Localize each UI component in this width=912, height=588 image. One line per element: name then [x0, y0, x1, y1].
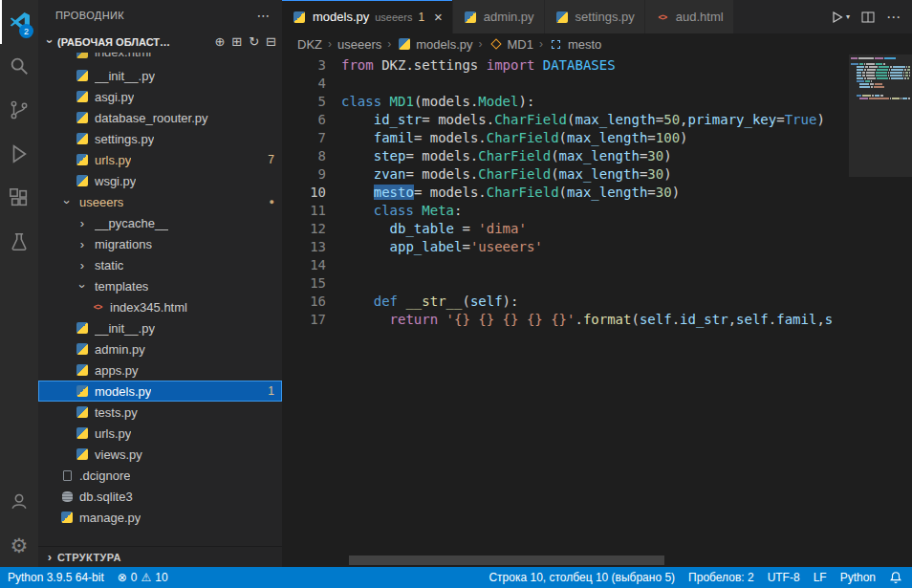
extensions-icon[interactable] [0, 176, 38, 220]
tab-aud-html[interactable]: <>aud.html [645, 0, 734, 33]
chevron-right-icon: › [75, 237, 90, 251]
code-editor[interactable]: 3from DKZ.settings import DATABASES45cla… [282, 54, 912, 567]
code-line-4[interactable]: 4 [282, 75, 912, 93]
activity-bar: 2 ⚙ [0, 0, 38, 567]
code-line-13[interactable]: 13 app_label='useeers' [282, 238, 912, 256]
tree-item-migrations[interactable]: ›migrations [38, 233, 282, 254]
py-file-icon [554, 11, 570, 23]
status-bar: Python 3.9.5 64-bit ⊗ 0 ⚠ 10 Строка 10, … [0, 567, 912, 588]
source-control-icon[interactable] [0, 88, 38, 132]
chevron-right-icon: › [75, 258, 90, 272]
tab-settings-py[interactable]: settings.py [545, 0, 645, 33]
code-line-16[interactable]: 16 def __str__(self): [282, 293, 912, 311]
cursor-position[interactable]: Строка 10, столбец 10 (выбрано 5) [489, 571, 675, 584]
workspace-section-header[interactable]: › (РАБОЧАЯ ОБЛАСТЬ) ... ⊕ ⊞ ↻ ⊟ [38, 31, 282, 53]
language-mode[interactable]: Python [840, 571, 876, 584]
code-line-11[interactable]: 11 class Meta: [282, 202, 912, 220]
notifications-bell-icon[interactable] [889, 571, 902, 584]
split-editor-icon[interactable] [861, 11, 875, 24]
code-line-15[interactable]: 15 [282, 274, 912, 293]
code-line-6[interactable]: 6 id_str= models.CharField(max_length=50… [282, 111, 912, 129]
new-folder-icon[interactable]: ⊞ [231, 34, 242, 49]
problems-indicator[interactable]: ⊗ 0 ⚠ 10 [118, 571, 168, 584]
breadcrumb-mesto[interactable]: mesto [549, 37, 601, 52]
breadcrumb-md1[interactable]: MD1 [489, 37, 533, 52]
tree-item-useeers[interactable]: ›useeers● [38, 191, 282, 212]
code-line-17[interactable]: 17 return '{} {} {} {} {}'.format(self.i… [282, 311, 912, 329]
code-text: return '{} {} {} {} {}'.format(self.id_s… [341, 311, 833, 329]
line-number: 11 [282, 202, 326, 220]
tree-item-views-py[interactable]: views.py [38, 444, 282, 465]
line-number: 5 [282, 93, 326, 111]
breadcrumb-useeers[interactable]: useeers [337, 37, 381, 52]
tree-item-asgi-py[interactable]: asgi.py [38, 86, 282, 107]
code-line-3[interactable]: 3from DKZ.settings import DATABASES [282, 56, 912, 75]
tree-item-db-sqlite3[interactable]: db.sqlite3 [38, 486, 282, 507]
tree-item-settings-py[interactable]: settings.py [38, 128, 282, 149]
code-line-10[interactable]: 10 mesto= models.CharField(max_length=30… [282, 184, 912, 202]
tab-admin-py[interactable]: admin.py [453, 0, 545, 33]
tree-item-pycache[interactable]: ›__pycache__ [38, 212, 282, 233]
tree-item-admin-py[interactable]: admin.py [38, 338, 282, 359]
python-version[interactable]: Python 3.9.5 64-bit [8, 571, 104, 584]
explorer-actions: ⊕ ⊞ ↻ ⊟ [214, 34, 276, 49]
tree-item-apps-py[interactable]: apps.py [38, 359, 282, 381]
breadcrumb-models-py[interactable]: models.py [397, 37, 472, 52]
run-and-debug-icon[interactable] [0, 132, 38, 176]
code-line-12[interactable]: 12 db_table = 'dima' [282, 220, 912, 238]
search-icon[interactable] [0, 44, 38, 88]
code-text: zvan= models.CharField(max_length=30) [341, 165, 672, 184]
tree-item-manage-py[interactable]: manage.py [38, 507, 282, 528]
code-line-8[interactable]: 8 step= models.CharField(max_length=30) [282, 147, 912, 165]
encoding[interactable]: UTF-8 [768, 571, 800, 584]
tree-item-label: admin.py [95, 342, 145, 357]
more-actions-icon[interactable]: ⋯ [257, 8, 271, 23]
tree-item-dcignore[interactable]: .dcignore [38, 465, 282, 486]
tree-item-wsgi-py[interactable]: wsgi.py [38, 170, 282, 191]
refresh-icon[interactable]: ↻ [249, 34, 259, 49]
db-file-icon [59, 491, 75, 502]
code-line-9[interactable]: 9 zvan= models.CharField(max_length=30) [282, 165, 912, 184]
indentation-setting[interactable]: Пробелов: 2 [688, 571, 754, 584]
outline-section-header[interactable]: › СТРУКТУРА [38, 546, 282, 567]
py-file-icon [75, 385, 90, 397]
tree-item-init-py[interactable]: __init__.py [38, 65, 282, 86]
tree-item-urls-py[interactable]: urls.py [38, 423, 282, 444]
horizontal-scrollbar[interactable] [349, 555, 664, 565]
editor-area: models.pyuseeers1×admin.pysettings.py<>a… [282, 0, 912, 567]
close-icon[interactable]: × [434, 9, 443, 25]
minimap[interactable] [849, 54, 912, 567]
tree-item-index-html[interactable]: index.html [38, 53, 282, 65]
settings-gear-icon[interactable]: ⚙ [0, 523, 38, 567]
tree-item-index345-html[interactable]: <>index345.html [38, 296, 282, 317]
tree-item-init-py[interactable]: __init__.py [38, 317, 282, 338]
html-file-icon: <> [90, 302, 105, 312]
tree-item-label: index.html [95, 53, 151, 59]
testing-icon[interactable] [0, 220, 38, 264]
code-line-14[interactable]: 14 [282, 256, 912, 274]
code-line-5[interactable]: 5class MD1(models.Model): [282, 93, 912, 111]
tree-item-models-py[interactable]: models.py1 [38, 381, 282, 402]
tree-item-urls-py[interactable]: urls.py7 [38, 149, 282, 170]
tree-item-label: __init__.py [95, 321, 155, 336]
account-icon[interactable] [0, 479, 38, 523]
tab-description: useeers [375, 11, 412, 23]
tree-item-templates[interactable]: ›templates [38, 275, 282, 296]
tree-item-static[interactable]: ›static [38, 254, 282, 275]
eol-setting[interactable]: LF [814, 571, 827, 584]
tree-item-database-roouter-py[interactable]: database_roouter.py [38, 107, 282, 128]
py-file-icon [75, 343, 90, 355]
notification-badge: 2 [19, 24, 33, 38]
collapse-folders-icon[interactable]: ⊟ [266, 34, 276, 49]
tab-label: settings.py [575, 10, 635, 24]
more-actions-icon[interactable]: ⋯ [886, 9, 901, 26]
tree-item-tests-py[interactable]: tests.py [38, 402, 282, 423]
vscode-logo-icon[interactable]: 2 [0, 0, 38, 44]
new-file-icon[interactable]: ⊕ [214, 34, 225, 49]
py-file-icon [59, 512, 75, 523]
breadcrumb-dkz[interactable]: DKZ [297, 37, 322, 52]
run-python-file-icon[interactable]: ▾ [831, 11, 850, 24]
tab-models-py[interactable]: models.pyuseeers1× [282, 0, 453, 33]
code-line-7[interactable]: 7 famil= models.CharField(max_length=100… [282, 129, 912, 147]
tree-item-label: tests.py [95, 405, 138, 420]
